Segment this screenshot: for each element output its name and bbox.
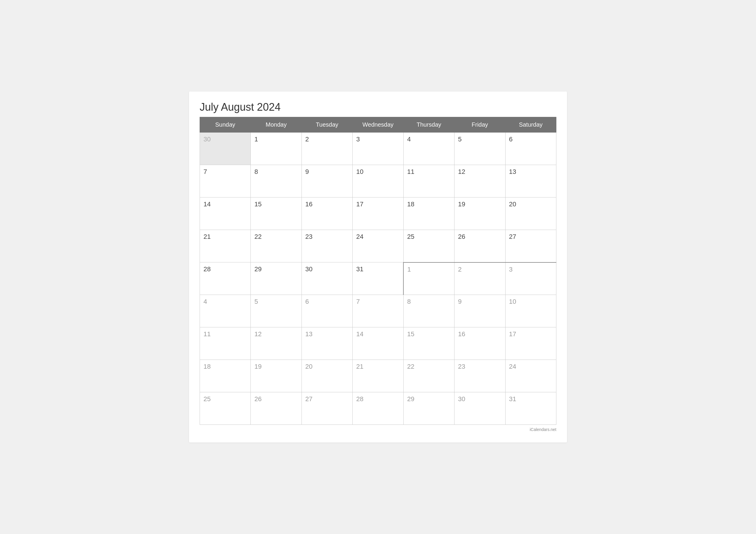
calendar-day[interactable]: 18 [200,360,251,392]
day-number: 18 [203,363,210,370]
day-number: 17 [356,200,363,208]
calendar-day[interactable]: 12 [251,327,302,360]
calendar-day[interactable]: 23 [454,360,505,392]
calendar-day[interactable]: 29 [251,262,302,295]
calendar-week-4: 21222324252627 [200,230,556,262]
calendar-week-9: 25262728293031 [200,392,556,425]
calendar-day[interactable]: 12 [454,165,505,198]
header-day-tuesday: Tuesday [302,117,352,133]
day-number: 9 [305,168,309,175]
calendar-day[interactable]: 9 [302,165,352,198]
calendar-day[interactable]: 20 [302,360,352,392]
day-number: 30 [305,265,312,273]
calendar-day[interactable]: 31 [353,262,403,295]
calendar-day[interactable]: 19 [454,198,505,230]
calendar-day[interactable]: 20 [505,198,556,230]
calendar-day[interactable]: 16 [454,327,505,360]
calendar-day[interactable]: 5 [454,133,505,165]
day-number: 6 [509,136,513,143]
calendar-day[interactable]: 10 [505,295,556,327]
header-day-friday: Friday [454,117,505,133]
day-number: 20 [305,363,312,370]
calendar-day[interactable]: 17 [353,198,403,230]
calendar-day[interactable]: 16 [302,198,352,230]
calendar-day[interactable]: 8 [251,165,302,198]
header-day-monday: Monday [251,117,302,133]
calendar-container: July August 2024 SundayMondayTuesdayWedn… [189,92,567,442]
calendar-day[interactable]: 19 [251,360,302,392]
calendar-day[interactable]: 17 [505,327,556,360]
calendar-day[interactable]: 14 [353,327,403,360]
calendar-day[interactable]: 15 [251,198,302,230]
calendar-day[interactable]: 31 [505,392,556,425]
header-day-thursday: Thursday [403,117,454,133]
calendar-day[interactable]: 6 [505,133,556,165]
day-number: 21 [203,233,210,240]
calendar-day[interactable]: 10 [353,165,403,198]
calendar-day[interactable]: 25 [200,392,251,425]
calendar-day[interactable]: 11 [403,165,454,198]
calendar-day[interactable]: 1 [403,262,454,295]
calendar-day[interactable]: 24 [353,230,403,262]
calendar-day[interactable]: 30 [200,133,251,165]
calendar-table: SundayMondayTuesdayWednesdayThursdayFrid… [200,117,556,425]
calendar-day[interactable]: 28 [353,392,403,425]
calendar-day[interactable]: 13 [505,165,556,198]
calendar-day[interactable]: 29 [403,392,454,425]
calendar-day[interactable]: 26 [251,392,302,425]
calendar-day[interactable]: 21 [200,230,251,262]
calendar-day[interactable]: 3 [353,133,403,165]
day-number: 20 [509,200,516,208]
day-number: 5 [458,136,462,143]
calendar-day[interactable]: 7 [353,295,403,327]
calendar-day[interactable]: 28 [200,262,251,295]
day-number: 15 [254,200,261,208]
calendar-day[interactable]: 21 [353,360,403,392]
calendar-day[interactable]: 18 [403,198,454,230]
calendar-day[interactable]: 26 [454,230,505,262]
day-number: 24 [509,363,516,370]
calendar-day[interactable]: 2 [302,133,352,165]
calendar-day[interactable]: 7 [200,165,251,198]
day-number: 19 [458,200,465,208]
day-number: 31 [509,395,516,403]
calendar-day[interactable]: 4 [403,133,454,165]
calendar-day[interactable]: 27 [302,392,352,425]
calendar-day[interactable]: 23 [302,230,352,262]
calendar-day[interactable]: 13 [302,327,352,360]
day-number: 16 [305,200,312,208]
calendar-day[interactable]: 2 [454,262,505,295]
day-number: 4 [407,136,411,143]
calendar-day[interactable]: 22 [251,230,302,262]
day-number: 30 [458,395,465,403]
calendar-day[interactable]: 4 [200,295,251,327]
calendar-day[interactable]: 3 [505,262,556,295]
day-number: 28 [203,265,210,273]
day-number: 22 [407,363,414,370]
calendar-day[interactable]: 15 [403,327,454,360]
calendar-day[interactable]: 24 [505,360,556,392]
calendar-day[interactable]: 22 [403,360,454,392]
calendar-day[interactable]: 11 [200,327,251,360]
day-number: 26 [458,233,465,240]
header-day-saturday: Saturday [505,117,556,133]
calendar-day[interactable]: 1 [251,133,302,165]
calendar-day[interactable]: 30 [454,392,505,425]
day-number: 25 [203,395,210,403]
day-number: 12 [458,168,465,175]
day-number: 29 [254,265,261,273]
calendar-day[interactable]: 6 [302,295,352,327]
calendar-day[interactable]: 27 [505,230,556,262]
calendar-day[interactable]: 5 [251,295,302,327]
day-number: 5 [254,298,258,305]
day-number: 25 [407,233,414,240]
day-number: 6 [305,298,309,305]
calendar-day[interactable]: 25 [403,230,454,262]
calendar-day[interactable]: 8 [403,295,454,327]
calendar-week-5: 28293031123 [200,262,556,295]
day-number: 7 [356,298,360,305]
calendar-day[interactable]: 14 [200,198,251,230]
calendar-day[interactable]: 9 [454,295,505,327]
calendar-day[interactable]: 30 [302,262,352,295]
day-number: 9 [458,298,462,305]
